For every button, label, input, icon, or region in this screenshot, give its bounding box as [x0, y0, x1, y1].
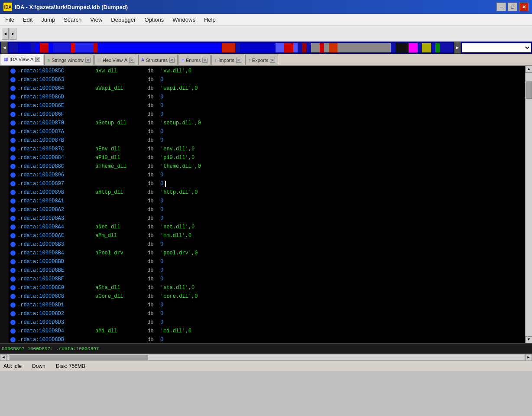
code-value: 0 [160, 241, 163, 247]
nav-left-arrow[interactable]: ◀ [1, 42, 8, 54]
tab-structures[interactable]: A Structures ✕ [138, 55, 178, 65]
table-row[interactable]: .rdata:1000D898aHttp_dlldb 'http.dll',0 [10, 188, 523, 197]
scroll-down-button[interactable]: ▼ [526, 336, 532, 343]
breakpoint-dot [10, 146, 16, 152]
breakpoint-dot [10, 68, 16, 74]
tab-hex-close[interactable]: ✕ [129, 58, 134, 63]
code-address: .rdata:1000D87B [17, 137, 95, 143]
tab-exports[interactable]: ↑ Exports ✕ [245, 55, 278, 65]
code-address: .rdata:1000D896 [17, 172, 95, 178]
table-row[interactable]: .rdata:1000D8A1db 0 [10, 197, 523, 205]
horizontal-scrollbar[interactable]: ◀ ▶ [0, 354, 532, 361]
table-row[interactable]: .rdata:1000D87Adb 0 [10, 127, 523, 136]
tab-imports[interactable]: ↓ Imports ✕ [211, 55, 244, 65]
tab-hex-view[interactable]: ⊡ Hex View-A ✕ [94, 55, 137, 65]
tab-strings-close[interactable]: ✕ [85, 58, 91, 63]
table-row[interactable]: .rdata:1000D8D4aMi_dlldb 'mi.dll',0 [10, 327, 523, 335]
scroll-up-button[interactable]: ▲ [526, 66, 532, 73]
code-keyword: db [147, 293, 160, 299]
table-row[interactable]: .rdata:1000D896db 0 [10, 171, 523, 179]
table-row[interactable]: .rdata:1000D8C8aCore_dlldb 'core.dll',0 [10, 292, 523, 301]
table-row[interactable]: .rdata:1000D8A2db 0 [10, 205, 523, 214]
tab-ida-view[interactable]: ▦ IDA View-A ✕ [1, 54, 43, 65]
menu-file[interactable]: File [2, 15, 18, 24]
code-value: 'setup.dll',0 [160, 120, 201, 126]
title-bar: IDA IDA - X:\gazeta\lurk\Dumped.idb (Dum… [0, 0, 532, 14]
nav-right-arrow[interactable]: ▶ [454, 42, 461, 54]
code-keyword: db [147, 337, 160, 343]
table-row[interactable]: .rdata:1000D897db 0 [10, 179, 523, 188]
minimize-button[interactable]: ─ [496, 3, 506, 11]
tab-strings[interactable]: s Strings window ✕ [44, 55, 94, 65]
table-row[interactable]: .rdata:1000D8B4aPool_drvdb 'pool.drv',0 [10, 249, 523, 257]
table-row[interactable]: .rdata:1000D8ACaMm_dlldb 'mm.dll',0 [10, 231, 523, 240]
hscroll-thumb[interactable] [10, 355, 148, 360]
code-area[interactable]: .rdata:1000D85CaVw_dlldb 'vw.dll',0.rdat… [9, 66, 525, 343]
tab-imports-close[interactable]: ✕ [236, 58, 241, 63]
tab-enums-label: Enums [186, 58, 201, 63]
menu-debugger[interactable]: Debugger [107, 15, 139, 24]
table-row[interactable]: .rdata:1000D8BEdb 0 [10, 266, 523, 275]
table-row[interactable]: .rdata:1000D8BDdb 0 [10, 257, 523, 266]
main-content: .rdata:1000D85CaVw_dlldb 'vw.dll',0.rdat… [0, 66, 532, 343]
menu-help[interactable]: Help [201, 15, 219, 24]
code-keyword: db [147, 285, 160, 291]
table-row[interactable]: .rdata:1000D8A3db 0 [10, 214, 523, 223]
nav-function-dropdown[interactable] [462, 43, 531, 52]
code-value: 0 [160, 103, 163, 109]
hscroll-left-button[interactable]: ◀ [0, 354, 7, 361]
table-row[interactable]: .rdata:1000D85CaVw_dlldb 'vw.dll',0 [10, 67, 523, 75]
code-address: .rdata:1000D8A2 [17, 207, 95, 213]
tab-structures-close[interactable]: ✕ [169, 58, 175, 63]
table-row[interactable]: .rdata:1000D8D2db 0 [10, 309, 523, 318]
table-row[interactable]: .rdata:1000D870aSetup_dlldb 'setup.dll',… [10, 119, 523, 127]
table-row[interactable]: .rdata:1000D8C0aSta_dlldb 'sta.dll',0 [10, 283, 523, 292]
table-row[interactable]: .rdata:1000D87Bdb 0 [10, 136, 523, 145]
code-symbol: aMi_dll [95, 328, 147, 334]
hscroll-right-button[interactable]: ▶ [525, 354, 532, 361]
table-row[interactable]: .rdata:1000D8DBdb 0 [10, 335, 523, 343]
status-disk: Disk: 756MB [56, 363, 85, 369]
table-row[interactable]: .rdata:1000D884aP10_dlldb 'p10.dll',0 [10, 153, 523, 162]
table-row[interactable]: .rdata:1000D86Edb 0 [10, 101, 523, 110]
vertical-scrollbar[interactable]: ▲ ▼ [525, 66, 532, 343]
menu-windows[interactable]: Windows [169, 15, 199, 24]
table-row[interactable]: .rdata:1000D863db 0 [10, 75, 523, 84]
menu-options[interactable]: Options [141, 15, 167, 24]
menu-jump[interactable]: Jump [38, 15, 58, 24]
table-row[interactable]: .rdata:1000D8B3db 0 [10, 240, 523, 249]
table-row[interactable]: .rdata:1000D88CaTheme_dlldb 'theme.dll',… [10, 162, 523, 171]
tab-enums[interactable]: ≡ Enums ✕ [178, 55, 211, 65]
scroll-thumb[interactable] [526, 81, 532, 99]
nav-bar: ◀ ▶ [0, 42, 532, 54]
code-value: 'wapi.dll',0 [160, 85, 198, 91]
tab-enums-close[interactable]: ✕ [202, 58, 208, 63]
code-keyword: db [147, 276, 160, 282]
toolbar-left-arrow[interactable]: ◀ [2, 28, 9, 40]
hscroll-track[interactable] [8, 355, 524, 360]
tab-imports-label: Imports [218, 58, 234, 63]
table-row[interactable]: .rdata:1000D87CaEnv_dlldb 'env.dll',0 [10, 145, 523, 153]
nav-map[interactable] [9, 43, 453, 52]
table-row[interactable]: .rdata:1000D864aWapi_dlldb 'wapi.dll',0 [10, 84, 523, 93]
table-row[interactable]: .rdata:1000D86Fdb 0 [10, 110, 523, 119]
code-value: 0 [160, 111, 163, 117]
menu-edit[interactable]: Edit [19, 15, 36, 24]
menu-search[interactable]: Search [60, 15, 85, 24]
table-row[interactable]: .rdata:1000D8A4aNet_dlldb 'net.dll',0 [10, 223, 523, 231]
toolbar-right-arrow[interactable]: ▶ [10, 28, 16, 40]
status-mode: AU: idle [3, 363, 22, 369]
tab-exports-close[interactable]: ✕ [270, 58, 275, 63]
table-row[interactable]: .rdata:1000D8D1db 0 [10, 301, 523, 309]
tab-ida-view-label: IDA View-A [10, 57, 33, 62]
menu-view[interactable]: View [87, 15, 106, 24]
close-button[interactable]: ✕ [519, 3, 529, 11]
tab-ida-view-close[interactable]: ✕ [35, 57, 40, 62]
tab-ida-view-icon: ▦ [4, 57, 8, 62]
table-row[interactable]: .rdata:1000D8BFdb 0 [10, 275, 523, 283]
maximize-button[interactable]: □ [508, 3, 517, 11]
scroll-track[interactable] [526, 73, 532, 336]
table-row[interactable]: .rdata:1000D8D3db 0 [10, 318, 523, 327]
code-address: .rdata:1000D86D [17, 94, 95, 100]
table-row[interactable]: .rdata:1000D86Ddb 0 [10, 93, 523, 101]
